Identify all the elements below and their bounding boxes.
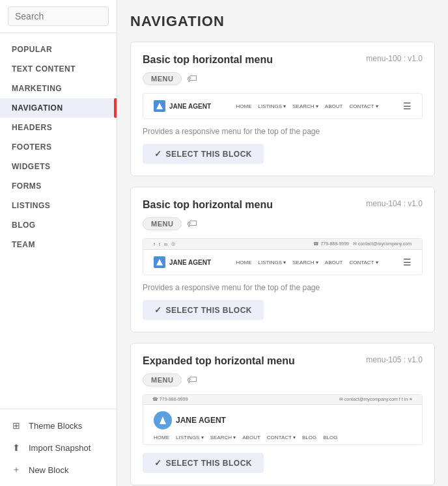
nav-link: HOME <box>154 435 169 440</box>
select-button-label: SELECT THIS BLOCK <box>166 306 253 315</box>
preview-nav-links: HOMELISTINGS ▾SEARCH ▾ABOUTCONTACT ▾ <box>236 260 378 265</box>
preview-nav-main: JANE AGENT HOMELISTINGS ▾SEARCH ▾ABOUTCO… <box>143 250 422 275</box>
page-title: NAVIGATION <box>130 13 435 30</box>
select-block-button-1[interactable]: ✓SELECT THIS BLOCK <box>143 300 264 320</box>
sidebar-item-widgets[interactable]: WIDGETS <box>0 157 117 176</box>
preview-logo <box>154 256 165 268</box>
block-header-0: Basic top horizontal menumenu-100 : v1.0 <box>143 54 423 66</box>
checkmark-icon: ✓ <box>154 305 162 315</box>
block-version-2: menu-105 : v1.0 <box>366 355 423 364</box>
hamburger-icon: ☰ <box>403 101 412 111</box>
block-card-2: Expanded top horizontal menumenu-105 : v… <box>130 343 435 485</box>
footer-item-import-snapshot[interactable]: ⬆Import Snapshot <box>0 437 117 459</box>
checkmark-icon: ✓ <box>154 149 162 159</box>
preview-nav-links: HOMELISTINGS ▾SEARCH ▾ABOUTCONTACT ▾ <box>236 103 378 109</box>
nav-link: HOME <box>236 260 252 265</box>
grid-icon: ⊞ <box>10 420 22 431</box>
plus-icon: ＋ <box>10 464 22 476</box>
preview-nav-links: HOMELISTINGS ▾SEARCH ▾ABOUTCONTACT ▾BLOG… <box>154 435 412 440</box>
main-content: NAVIGATION Basic top horizontal menumenu… <box>117 0 448 486</box>
nav-link: SEARCH ▾ <box>210 435 236 440</box>
menu-tag: MENU <box>143 72 182 85</box>
nav-link: LISTINGS ▾ <box>259 260 287 265</box>
sidebar-item-marketing[interactable]: MARKETING <box>0 79 117 98</box>
sidebar-footer: ⊞Theme Blocks⬆Import Snapshot＋New Block <box>0 409 117 486</box>
topbar-left: f t in ◎ <box>154 241 175 247</box>
preview-logo <box>154 100 165 112</box>
search-box <box>0 0 117 33</box>
block-card-0: Basic top horizontal menumenu-100 : v1.0… <box>130 42 435 176</box>
tag-bookmark-icon: 🏷 <box>187 374 197 386</box>
logo-circle <box>154 411 172 429</box>
nav-link: ABOUT <box>325 103 343 109</box>
block-description-1: Provides a responsive menu for the top o… <box>143 283 423 292</box>
select-block-button-2[interactable]: ✓SELECT THIS BLOCK <box>143 453 264 473</box>
nav-link: SEARCH ▾ <box>292 260 318 265</box>
block-header-2: Expanded top horizontal menumenu-105 : v… <box>143 355 423 367</box>
block-title-1: Basic top horizontal menu <box>143 199 273 211</box>
nav-link: CONTACT ▾ <box>349 103 378 109</box>
preview-brand: JANE AGENT <box>154 256 211 268</box>
sidebar-item-text-content[interactable]: TEXT CONTENT <box>0 59 117 79</box>
sidebar-item-footers[interactable]: FOOTERS <box>0 137 117 157</box>
search-input[interactable] <box>8 7 109 26</box>
footer-item-label: New Block <box>29 465 68 475</box>
nav-link: CONTACT ▾ <box>349 260 378 265</box>
menu-tag: MENU <box>143 217 182 230</box>
social-tw: t <box>159 242 160 247</box>
nav-items-list: POPULARTEXT CONTENTMARKETINGNAVIGATIONHE… <box>0 33 117 409</box>
menu-tag: MENU <box>143 373 182 386</box>
hamburger-icon: ☰ <box>403 257 412 267</box>
email: ✉ contact@mycompany.com f t in ✶ <box>339 397 413 402</box>
nav-link: BLOG <box>323 435 337 440</box>
brand-name: JANE AGENT <box>169 259 211 266</box>
nav-link: CONTACT ▾ <box>267 435 296 440</box>
block-preview-0: JANE AGENT HOMELISTINGS ▾SEARCH ▾ABOUTCO… <box>143 93 423 119</box>
phone: ☎ 779-888-9999 <box>313 241 349 247</box>
sidebar-item-navigation[interactable]: NAVIGATION <box>0 98 117 118</box>
social-fb: f <box>154 242 155 247</box>
select-block-button-0[interactable]: ✓SELECT THIS BLOCK <box>143 144 264 164</box>
tag-bookmark-icon: 🏷 <box>187 73 197 85</box>
nav-link: ABOUT <box>242 435 260 440</box>
preview-brand: JANE AGENT <box>154 411 412 429</box>
preview-topbar: ☎ 779-888-9999 ✉ contact@mycompany.com f… <box>143 395 422 405</box>
block-description-0: Provides a responsive menu for the top o… <box>143 127 423 136</box>
nav-link: BLOG <box>302 435 316 440</box>
footer-item-label: Theme Blocks <box>29 421 82 431</box>
sidebar-item-team[interactable]: TEAM <box>0 235 117 254</box>
block-title-2: Expanded top horizontal menu <box>143 355 295 367</box>
nav-link: ABOUT <box>325 260 343 265</box>
checkmark-icon: ✓ <box>154 458 162 468</box>
preview-nav-simple: JANE AGENT HOMELISTINGS ▾SEARCH ▾ABOUTCO… <box>143 94 422 118</box>
block-tags-2: MENU🏷 <box>143 373 423 386</box>
select-button-label: SELECT THIS BLOCK <box>166 150 253 159</box>
sidebar-item-forms[interactable]: FORMS <box>0 176 117 196</box>
phone: ☎ 779-888-9999 <box>152 397 188 402</box>
blocks-list: Basic top horizontal menumenu-100 : v1.0… <box>130 42 435 485</box>
footer-item-theme-blocks[interactable]: ⊞Theme Blocks <box>0 414 117 437</box>
footer-item-new-block[interactable]: ＋New Block <box>0 459 117 481</box>
preview-brand: JANE AGENT <box>154 100 211 112</box>
sidebar-item-listings[interactable]: LISTINGS <box>0 196 117 215</box>
sidebar-item-headers[interactable]: HEADERS <box>0 118 117 137</box>
sidebar-item-popular[interactable]: POPULAR <box>0 40 117 59</box>
block-preview-2: ☎ 779-888-9999 ✉ contact@mycompany.com f… <box>143 394 423 445</box>
block-version-1: menu-104 : v1.0 <box>366 199 423 208</box>
topbar-right: ☎ 779-888-9999 ✉ contact@mycompany.com <box>313 241 412 247</box>
tag-bookmark-icon: 🏷 <box>187 218 197 230</box>
block-tags-0: MENU🏷 <box>143 72 423 85</box>
select-button-label: SELECT THIS BLOCK <box>166 459 253 468</box>
block-version-0: menu-100 : v1.0 <box>366 54 423 63</box>
nav-link: LISTINGS ▾ <box>259 103 287 109</box>
social-ig: ◎ <box>171 241 175 247</box>
preview-expanded-main: JANE AGENT HOMELISTINGS ▾SEARCH ▾ABOUTCO… <box>143 405 422 444</box>
topbar-right: ✉ contact@mycompany.com f t in ✶ <box>339 397 413 402</box>
email: ✉ contact@mycompany.com <box>353 241 412 247</box>
footer-item-label: Import Snapshot <box>29 443 91 453</box>
nav-link: LISTINGS ▾ <box>176 435 204 440</box>
block-title-0: Basic top horizontal menu <box>143 54 273 66</box>
sidebar-item-blog[interactable]: BLOG <box>0 215 117 235</box>
upload-icon: ⬆ <box>10 442 22 453</box>
brand-name: JANE AGENT <box>176 416 226 425</box>
